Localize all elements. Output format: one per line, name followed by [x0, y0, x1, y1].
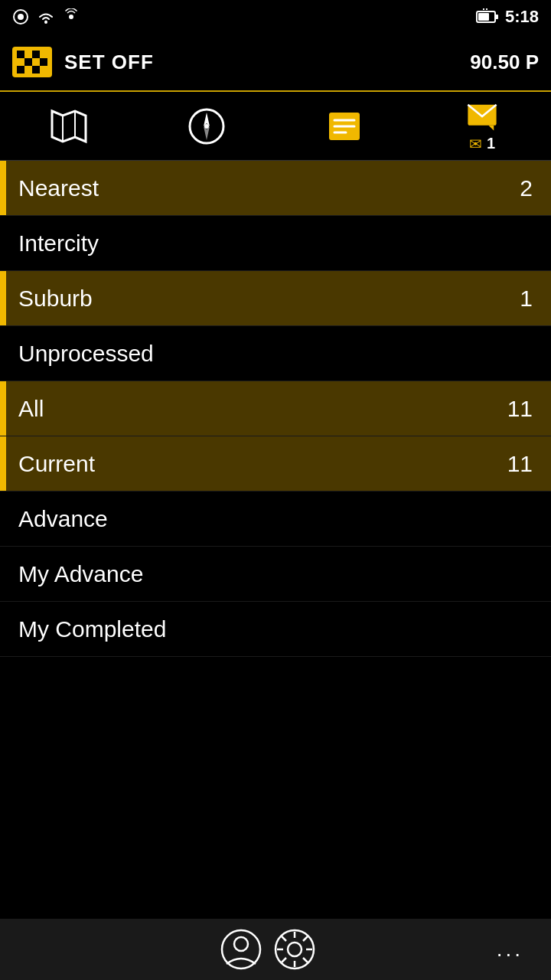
svg-line-40 — [282, 958, 286, 962]
menu-label-current: Current — [18, 451, 95, 477]
svg-rect-11 — [32, 51, 40, 58]
menu-item-unprocessed[interactable]: Unprocessed — [0, 326, 551, 381]
status-icons-left — [12, 8, 80, 25]
svg-point-22 — [204, 124, 209, 129]
menu-item-suburb[interactable]: Suburb1 — [0, 271, 551, 326]
header-left: SET OFF — [12, 47, 154, 77]
menu-count-suburb: 1 — [520, 286, 533, 312]
settings-icon — [274, 929, 315, 970]
orders-toolbar-button[interactable] — [283, 96, 406, 157]
person-button[interactable] — [214, 923, 268, 976]
wifi-icon — [37, 9, 55, 24]
svg-rect-10 — [17, 51, 24, 58]
svg-point-3 — [69, 15, 73, 19]
notification-icon — [12, 8, 29, 25]
svg-line-37 — [282, 936, 286, 941]
person-icon — [220, 929, 262, 970]
svg-rect-6 — [495, 15, 498, 19]
menu-label-my-advance: My Advance — [18, 561, 143, 587]
svg-point-30 — [234, 937, 248, 951]
compass-toolbar-button[interactable] — [145, 96, 268, 157]
svg-point-32 — [288, 942, 302, 956]
menu-label-my-completed: My Completed — [18, 616, 166, 642]
menu-count-all: 11 — [507, 396, 533, 422]
svg-rect-14 — [17, 66, 24, 74]
map-icon — [49, 106, 89, 146]
svg-line-38 — [303, 958, 308, 962]
app-title: SET OFF — [64, 51, 154, 74]
menu-label-unprocessed: Unprocessed — [18, 341, 154, 367]
messages-toolbar-button[interactable]: ✉ 1 — [421, 96, 543, 157]
menu-label-advance: Advance — [18, 506, 108, 532]
signal-icon — [63, 8, 80, 25]
more-options[interactable]: ... — [497, 937, 523, 962]
messages-icon — [462, 100, 502, 133]
menu-label-all: All — [18, 396, 44, 422]
menu-list: Nearest2IntercitySuburb1UnprocessedAll11… — [0, 161, 551, 657]
menu-item-my-advance[interactable]: My Advance — [0, 547, 551, 602]
menu-label-nearest: Nearest — [18, 175, 99, 201]
menu-item-my-completed[interactable]: My Completed — [0, 602, 551, 657]
compass-icon — [187, 106, 227, 146]
bottom-bar: ... — [0, 919, 551, 980]
header: SET OFF 90.50 P — [0, 34, 551, 92]
svg-line-39 — [303, 936, 308, 941]
svg-marker-16 — [52, 111, 86, 142]
toolbar: ✉ 1 — [0, 92, 551, 161]
menu-item-all[interactable]: All11 — [0, 381, 551, 436]
envelope-icon: ✉ — [469, 135, 482, 153]
menu-count-nearest: 2 — [520, 175, 533, 201]
svg-point-2 — [44, 21, 47, 24]
settings-button[interactable] — [268, 923, 321, 976]
taxi-logo — [12, 47, 52, 77]
messages-badge-area: ✉ 1 — [462, 100, 502, 153]
battery-icon — [476, 8, 499, 25]
menu-label-suburb: Suburb — [18, 286, 93, 312]
orders-icon — [324, 106, 364, 146]
svg-point-1 — [18, 14, 24, 20]
svg-rect-13 — [40, 58, 47, 66]
map-toolbar-button[interactable] — [8, 96, 130, 157]
message-count: 1 — [487, 135, 495, 152]
menu-item-current[interactable]: Current11 — [0, 436, 551, 492]
status-right-area: 5:18 — [476, 7, 539, 27]
svg-marker-28 — [488, 125, 494, 130]
svg-rect-15 — [32, 66, 40, 74]
menu-label-intercity: Intercity — [18, 230, 99, 256]
svg-rect-5 — [478, 13, 489, 21]
status-time: 5:18 — [505, 7, 539, 27]
mail-count-area: ✉ 1 — [469, 135, 495, 153]
svg-rect-12 — [24, 58, 32, 66]
menu-count-current: 11 — [507, 451, 533, 477]
menu-item-advance[interactable]: Advance — [0, 492, 551, 547]
balance-display: 90.50 P — [470, 51, 539, 74]
menu-item-intercity[interactable]: Intercity — [0, 216, 551, 271]
menu-item-nearest[interactable]: Nearest2 — [0, 161, 551, 216]
status-bar: 5:18 — [0, 0, 551, 34]
